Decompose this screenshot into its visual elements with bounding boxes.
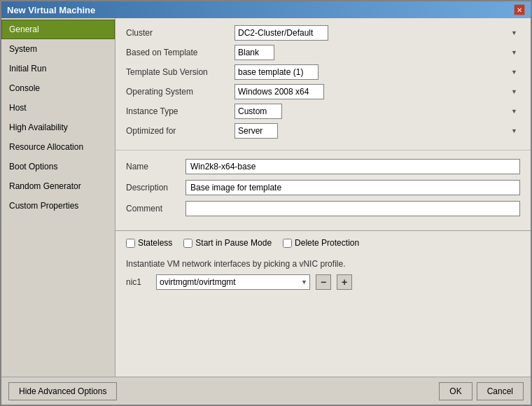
cluster-select-wrapper: DC2-Cluster/Default: [234, 25, 520, 41]
comment-row: Comment: [126, 201, 520, 216]
dialog-footer: Hide Advanced Options OK Cancel: [1, 377, 531, 405]
checkboxes-section: Stateless Start in Pause Mode Delete Pro…: [115, 231, 531, 255]
sidebar-item-console[interactable]: Console: [1, 78, 115, 98]
sidebar-item-resource-allocation[interactable]: Resource Allocation: [1, 137, 115, 157]
based-on-template-row: Based on Template Blank: [126, 45, 520, 60]
sidebar-item-general[interactable]: General: [1, 20, 115, 39]
optimized-for-row: Optimized for Server: [126, 123, 520, 139]
name-label: Name: [126, 162, 186, 172]
nic1-row: nic1 ovirtmgmt/ovirtmgmt − +: [126, 274, 520, 290]
cluster-label: Cluster: [126, 28, 234, 38]
stateless-checkbox[interactable]: [126, 239, 135, 248]
template-sub-version-select[interactable]: base template (1): [234, 64, 318, 80]
sidebar: General System Initial Run Console Host …: [1, 18, 115, 377]
instance-type-row: Instance Type Custom: [126, 104, 520, 119]
operating-system-select[interactable]: Windows 2008 x64: [234, 84, 324, 99]
new-vm-dialog: New Virtual Machine ✕ General System Ini…: [0, 0, 532, 406]
cluster-select[interactable]: DC2-Cluster/Default: [234, 25, 328, 41]
nic1-label: nic1: [126, 277, 150, 287]
hide-advanced-button[interactable]: Hide Advanced Options: [8, 382, 117, 400]
delete-protection-checkbox[interactable]: [283, 239, 292, 248]
operating-system-row: Operating System Windows 2008 x64: [126, 84, 520, 99]
based-on-template-label: Based on Template: [126, 48, 234, 57]
template-sub-version-select-wrapper: base template (1): [234, 64, 520, 80]
stateless-checkbox-item[interactable]: Stateless: [126, 238, 172, 248]
instance-type-select-wrapper: Custom: [234, 104, 520, 119]
based-on-template-select-wrapper: Blank: [234, 45, 520, 60]
close-button[interactable]: ✕: [514, 4, 525, 15]
footer-left: Hide Advanced Options: [8, 382, 117, 400]
cancel-button[interactable]: Cancel: [477, 382, 524, 400]
nic-remove-button[interactable]: −: [316, 274, 331, 290]
based-on-template-select[interactable]: Blank: [234, 45, 274, 60]
template-sub-version-row: Template Sub Version base template (1): [126, 64, 520, 80]
sidebar-item-initial-run[interactable]: Initial Run: [1, 59, 115, 78]
operating-system-label: Operating System: [126, 87, 234, 97]
title-bar: New Virtual Machine ✕: [1, 1, 531, 18]
description-input[interactable]: [186, 180, 520, 195]
ok-button[interactable]: OK: [439, 382, 472, 400]
optimized-for-select[interactable]: Server: [234, 123, 278, 139]
operating-system-select-wrapper: Windows 2008 x64: [234, 84, 520, 99]
sidebar-item-random-generator[interactable]: Random Generator: [1, 176, 115, 196]
description-label: Description: [126, 183, 186, 192]
delete-protection-checkbox-item[interactable]: Delete Protection: [283, 238, 359, 248]
dialog-title: New Virtual Machine: [7, 5, 95, 15]
sidebar-item-host[interactable]: Host: [1, 98, 115, 118]
start-in-pause-checkbox[interactable]: [183, 239, 192, 248]
sidebar-item-system[interactable]: System: [1, 39, 115, 59]
dropdown-section: Cluster DC2-Cluster/Default Based on Tem…: [115, 18, 531, 150]
footer-right: OK Cancel: [439, 382, 524, 400]
sidebar-item-high-availability[interactable]: High Availability: [1, 118, 115, 137]
sidebar-item-custom-properties[interactable]: Custom Properties: [1, 196, 115, 216]
optimized-for-label: Optimized for: [126, 126, 234, 136]
stateless-label: Stateless: [138, 238, 172, 248]
nic-info-text: Instantiate VM network interfaces by pic…: [126, 259, 520, 269]
dialog-body: General System Initial Run Console Host …: [1, 18, 531, 377]
nic-add-button[interactable]: +: [337, 274, 352, 290]
comment-label: Comment: [126, 204, 186, 214]
nic1-select[interactable]: ovirtmgmt/ovirtmgmt: [156, 274, 310, 290]
nic-section: Instantiate VM network interfaces by pic…: [115, 255, 531, 298]
main-content: Cluster DC2-Cluster/Default Based on Tem…: [115, 18, 531, 377]
delete-protection-label: Delete Protection: [295, 238, 359, 248]
instance-type-label: Instance Type: [126, 106, 234, 116]
name-row: Name: [126, 159, 520, 174]
description-row: Description: [126, 180, 520, 195]
identity-section: Name Description Comment: [115, 150, 531, 230]
optimized-for-select-wrapper: Server: [234, 123, 520, 139]
start-in-pause-checkbox-item[interactable]: Start in Pause Mode: [183, 238, 272, 248]
sidebar-item-boot-options[interactable]: Boot Options: [1, 157, 115, 176]
nic1-select-wrapper: ovirtmgmt/ovirtmgmt: [156, 274, 310, 290]
cluster-row: Cluster DC2-Cluster/Default: [126, 25, 520, 41]
start-in-pause-label: Start in Pause Mode: [195, 238, 272, 248]
template-sub-version-label: Template Sub Version: [126, 67, 234, 77]
comment-input[interactable]: [186, 201, 520, 216]
instance-type-select[interactable]: Custom: [234, 104, 282, 119]
name-input[interactable]: [186, 159, 520, 174]
